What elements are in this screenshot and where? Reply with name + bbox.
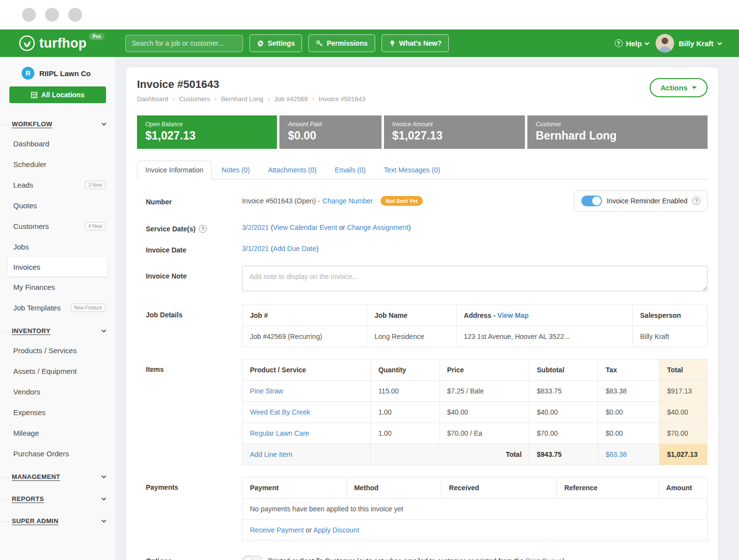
reference-header: Reference	[557, 477, 658, 499]
apply-discount-link[interactable]: Apply Discount	[313, 526, 359, 534]
tab-notes[interactable]: Notes (0)	[213, 161, 258, 179]
items-tax-link[interactable]: $83.38	[605, 450, 627, 458]
user-menu[interactable]: Billy Kraft	[656, 34, 721, 53]
sidebar-item-jobs[interactable]: Jobs	[0, 236, 115, 257]
section-header-super-admin[interactable]: ··· SUPER ADMIN	[0, 512, 115, 530]
stat-amount-paid: Amount Paid $0.00	[279, 115, 381, 149]
received-header: Received	[441, 477, 557, 499]
section-header-reports[interactable]: ··· REPORTS	[0, 490, 115, 508]
drag-handle-icon: ···	[1, 474, 10, 480]
sidebar-item-customers[interactable]: Customers4 New	[0, 216, 115, 236]
help-menu[interactable]: ? Help	[615, 39, 649, 48]
window-control-dot[interactable]	[45, 8, 59, 22]
sidebar-item-scheduler[interactable]: Scheduler	[0, 154, 115, 174]
number-label: Number	[137, 196, 242, 206]
section-header-management[interactable]: ··· MANAGEMENT	[0, 468, 115, 486]
item-price-cell: $7.25 / Bale	[439, 381, 529, 402]
all-locations-button[interactable]: All Locations	[9, 86, 106, 103]
add-line-item-link[interactable]: Add Line Item	[250, 450, 292, 458]
invoice-date-link[interactable]: 3/1/2021	[242, 245, 269, 252]
method-header: Method	[347, 477, 441, 499]
sidebar-item-my-finances[interactable]: My Finances	[0, 277, 115, 297]
sidebar-item-expenses[interactable]: Expenses	[0, 402, 115, 422]
actions-label: Actions	[660, 84, 687, 92]
item-price-cell: $70.00 / Ea	[439, 423, 529, 444]
brand-logo[interactable]: turfhop Pro	[19, 35, 105, 52]
item-product-link[interactable]: Weed Eat By Creek	[250, 408, 310, 416]
permissions-button[interactable]: Permissions	[308, 34, 375, 52]
sidebar-item-leads[interactable]: Leads3 New	[0, 174, 115, 195]
sidebar: R RIIPL Lawn Co All Locations ··· WORKFL…	[0, 57, 115, 560]
sidebar-item-label: My Finances	[13, 283, 55, 291]
view-calendar-event-link[interactable]: View Calendar Event	[273, 224, 337, 231]
window-control-dot[interactable]	[68, 8, 82, 22]
tab-emails[interactable]: Emails (0)	[327, 161, 374, 179]
sidebar-item-purchase-orders[interactable]: Purchase Orders	[0, 443, 115, 464]
help-circle-icon[interactable]: ?	[199, 225, 207, 233]
sidebar-item-products-services[interactable]: Products / Services	[0, 340, 115, 361]
search-input[interactable]	[125, 35, 243, 52]
tab-attachments[interactable]: Attachments (0)	[260, 161, 325, 179]
sidebar-item-quotes[interactable]: Quotes	[0, 195, 115, 216]
view-map-link[interactable]: View Map	[497, 311, 529, 319]
breadcrumb-item[interactable]: Dashboard	[137, 95, 179, 103]
product-service-header: Product / Service	[243, 360, 371, 381]
toggle-knob	[243, 557, 252, 560]
invoice-date-label: Invoice Date	[137, 245, 242, 254]
sidebar-item-job-templates[interactable]: Job TemplatesNew Feature	[0, 297, 115, 318]
chevron-down-icon	[102, 328, 107, 333]
job-name-cell: Long Residence	[367, 326, 456, 347]
item-product-link[interactable]: Pine Straw	[250, 387, 283, 395]
sidebar-item-label: Expenses	[13, 408, 46, 417]
print-queue-link[interactable]: Print Queue	[525, 557, 562, 560]
item-subtotal-cell: $70.00	[529, 423, 598, 444]
item-product-cell: Pine Straw	[243, 381, 371, 402]
job-details-data-row: Job #42569 (Recurring) Long Residence 12…	[243, 326, 708, 347]
help-circle-icon[interactable]: ?	[692, 197, 700, 205]
add-line-item-cell: Add Line Item	[243, 444, 371, 465]
section-header-inventory[interactable]: ··· INVENTORY	[0, 322, 115, 340]
sidebar-item-dashboard[interactable]: Dashboard	[0, 133, 115, 154]
tab-text-messages[interactable]: Text Messages (0)	[376, 161, 448, 179]
receive-payment-link[interactable]: Receive Payment	[250, 526, 304, 534]
invoice-reminder-box: Invoice Reminder Enabled ?	[574, 190, 708, 212]
add-due-date-link[interactable]: Add Due Date	[273, 245, 316, 252]
drag-handle-icon: ···	[1, 496, 10, 503]
stat-label: Amount Paid	[288, 121, 373, 128]
address-header: Address - View Map	[456, 305, 632, 326]
whats-new-button[interactable]: What's New?	[382, 34, 449, 52]
subtotal-header: Subtotal	[529, 360, 598, 381]
breadcrumb-item[interactable]: Bernhard Long	[221, 95, 274, 103]
whats-new-label: What's New?	[399, 39, 442, 47]
help-label: Help	[626, 39, 642, 48]
printed-sent-toggle[interactable]	[242, 556, 263, 560]
settings-button[interactable]: Settings	[249, 34, 302, 52]
service-date-link[interactable]: 3/2/2021	[242, 224, 269, 231]
price-header: Price	[439, 360, 529, 381]
sidebar-item-vendors[interactable]: Vendors	[0, 381, 115, 402]
chevron-down-icon	[102, 518, 107, 523]
invoice-note-row: Invoice Note	[137, 260, 708, 299]
sidebar-item-assets-equipment[interactable]: Assets / Equipment	[0, 361, 115, 381]
change-assignment-link[interactable]: Change Assignment	[347, 224, 409, 231]
sidebar-item-label: Assets / Equipment	[13, 367, 77, 375]
help-icon: ?	[615, 39, 623, 47]
tab-invoice-information[interactable]: Invoice Information	[137, 161, 212, 179]
drag-handle-icon: ···	[1, 518, 10, 525]
job-address-cell: 123 1st Avenue, Hoover AL 3522...	[456, 326, 632, 347]
breadcrumb-item[interactable]: Job #42569	[274, 95, 319, 103]
invoice-note-input[interactable]	[242, 266, 708, 291]
gear-icon	[257, 40, 264, 47]
invoice-reminder-toggle[interactable]	[581, 196, 602, 206]
payments-label: Payments	[137, 477, 242, 491]
stat-value: $0.00	[288, 129, 373, 142]
sidebar-item-invoices[interactable]: Invoices	[8, 257, 108, 277]
change-number-link[interactable]: Change Number	[323, 197, 373, 205]
item-product-link[interactable]: Regular Lawn Care	[250, 429, 309, 437]
sidebar-item-mileage[interactable]: Mileage	[0, 422, 115, 443]
actions-button[interactable]: Actions	[650, 78, 708, 97]
breadcrumb-item[interactable]: Customers	[179, 95, 221, 103]
window-control-dot[interactable]	[22, 8, 36, 22]
lightbulb-icon	[389, 40, 396, 47]
section-header-workflow[interactable]: ··· WORKFLOW	[0, 115, 115, 133]
